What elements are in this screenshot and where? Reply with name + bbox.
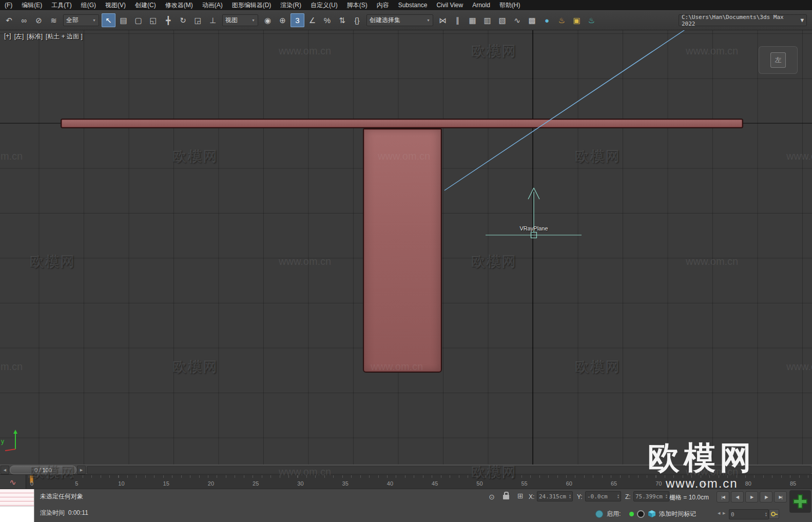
mirror-icon[interactable]: ⋈: [436, 13, 450, 27]
menu-scripting[interactable]: 脚本(S): [342, 0, 372, 10]
track-tick-75: 75: [700, 480, 706, 487]
x-spinner[interactable]: ▲▼: [569, 494, 571, 499]
viewcube-face-label[interactable]: 左: [770, 52, 786, 68]
menu-file[interactable]: (F): [0, 0, 17, 10]
menu-modifiers[interactable]: 修改器(M): [161, 0, 198, 10]
selection-lock-icon[interactable]: [503, 495, 509, 499]
rendered-frame-icon[interactable]: ▣: [570, 13, 584, 27]
isolate-selection-icon[interactable]: ⊙: [487, 492, 497, 502]
previous-frame-button[interactable]: ◀|: [731, 491, 744, 502]
menu-content[interactable]: 内容: [372, 0, 394, 10]
frame-next-arrow[interactable]: ▶: [723, 511, 725, 515]
use-pivot-center-icon[interactable]: ◉: [261, 13, 275, 27]
next-frame-button[interactable]: |▶: [760, 491, 772, 502]
menu-graph-editors[interactable]: 图形编辑器(D): [227, 0, 276, 10]
align-icon[interactable]: ∥: [451, 13, 465, 27]
select-and-rotate-icon[interactable]: ↻: [176, 13, 190, 27]
absolute-mode-icon[interactable]: ⊞: [517, 492, 524, 500]
viewcube[interactable]: 左: [759, 46, 798, 74]
angle-snap-icon[interactable]: ∠: [305, 13, 319, 27]
x-coordinate-field[interactable]: 24.315cm ▲▼: [537, 491, 573, 501]
render-setup-icon[interactable]: ♨: [555, 13, 569, 27]
viewport-menu-standard[interactable]: [标准]: [27, 32, 43, 41]
selection-filter-dropdown[interactable]: 全部▼: [63, 14, 99, 26]
y-spinner[interactable]: ▲▼: [617, 494, 619, 499]
y-coordinate-value: -0.0cm: [587, 493, 608, 500]
viewport[interactable]: VRayPlane [+][左][标准][粘土 + 边面 ] 左 y: [0, 29, 812, 465]
frame-prev-arrow[interactable]: ◀: [718, 511, 720, 515]
menu-help[interactable]: 帮助(H): [495, 0, 525, 10]
viewport-menu-view[interactable]: [左]: [14, 32, 24, 41]
bind-to-space-warp-icon[interactable]: ≋: [47, 13, 61, 27]
coordinate-system-dropdown[interactable]: 视图▼: [222, 14, 258, 26]
select-and-move-icon[interactable]: ╋: [161, 13, 175, 27]
selection-set-dropdown[interactable]: 创建选择集▼: [366, 14, 433, 26]
z-coordinate-field[interactable]: 75.399cm ▲▼: [633, 491, 669, 501]
viewport-menu-general[interactable]: [+]: [4, 32, 11, 41]
snaps-toggle-icon[interactable]: 3: [291, 13, 304, 27]
main-toolbar: ↶∞⊘≋全部▼↖▤▢◱╋↻◲⊥视图▼◉⊕3∠%⇅{}创建选择集▼⋈∥▦▥▧∿▩●…: [0, 10, 812, 30]
menu-rendering[interactable]: 渲染(R): [276, 0, 306, 10]
time-slider-next-button[interactable]: ▶: [77, 466, 86, 474]
select-by-name-icon[interactable]: ▤: [117, 13, 130, 27]
edit-selection-sets-icon[interactable]: {}: [350, 13, 364, 27]
coordinate-system-dropdown-arrow-icon: ▼: [252, 18, 255, 22]
unlink-selection-icon[interactable]: ⊘: [32, 13, 46, 27]
rectangular-selection-icon[interactable]: ▢: [131, 13, 145, 27]
window-crossing-icon[interactable]: ◱: [146, 13, 160, 27]
menu-create[interactable]: 创建(C): [130, 0, 161, 10]
maxscript-mini-listener[interactable]: [0, 489, 34, 522]
scene-safety-icon[interactable]: [595, 510, 603, 518]
material-editor-icon[interactable]: ●: [540, 13, 554, 27]
project-path-field[interactable]: C:\Users\Han\Documents\3ds Max 2022▼: [679, 14, 807, 26]
indicator-ring-icon[interactable]: [637, 510, 645, 518]
select-and-link-icon[interactable]: ∞: [17, 13, 31, 27]
menu-civil-view[interactable]: Civil View: [432, 0, 468, 10]
time-tag-cube-icon: [648, 510, 656, 519]
track-bar[interactable]: ∿ 0510152025303540455055606570758085: [0, 474, 812, 489]
z-coordinate-value: 75.399cm: [635, 493, 663, 500]
key-mode-toggle-icon[interactable]: [769, 509, 779, 519]
menu-substance[interactable]: Substance: [394, 0, 432, 10]
percent-snap-icon[interactable]: %: [320, 13, 334, 27]
layer-explorer-icon[interactable]: ▥: [480, 13, 494, 27]
schematic-view-icon[interactable]: ▩: [525, 13, 539, 27]
go-to-start-button[interactable]: |◀: [717, 491, 729, 502]
curve-editor-icon[interactable]: ∿: [510, 13, 524, 27]
maxscript-macro-recorder[interactable]: [0, 489, 34, 507]
frame-spinner[interactable]: ▲▼: [765, 512, 767, 517]
select-and-scale-icon[interactable]: ◲: [191, 13, 205, 27]
play-button[interactable]: ▶: [745, 491, 758, 502]
go-to-end-button[interactable]: ▶|: [774, 491, 787, 502]
select-and-place-icon[interactable]: ⊥: [206, 13, 220, 27]
menu-group[interactable]: 组(G): [76, 0, 101, 10]
mini-curve-editor-button[interactable]: ∿: [0, 475, 26, 489]
time-slider-track[interactable]: [87, 466, 811, 474]
menu-tools[interactable]: 工具(T): [47, 0, 76, 10]
vrayplane-gizmo[interactable]: [0, 29, 812, 465]
green-plus-button[interactable]: [789, 490, 811, 513]
menu-edit[interactable]: 编辑(E): [17, 0, 47, 10]
select-object-icon[interactable]: ↖: [102, 13, 115, 27]
track-tick-80: 80: [745, 480, 751, 487]
current-frame-field[interactable]: 0 ▲▼: [729, 509, 769, 519]
z-coordinate-label: Z:: [625, 493, 631, 500]
y-coordinate-field[interactable]: -0.0cm ▲▼: [585, 491, 621, 501]
select-and-manipulate-icon[interactable]: ⊕: [276, 13, 289, 27]
time-tag-field[interactable]: 添加时间标记: [659, 510, 696, 518]
time-slider[interactable]: ◀ 0 / 100 ▶: [0, 465, 812, 475]
axis-tripod: [1, 428, 25, 451]
menu-arnold[interactable]: Arnold: [468, 0, 495, 10]
menu-views[interactable]: 视图(V): [101, 0, 130, 10]
undo-icon[interactable]: ↶: [2, 13, 16, 27]
time-slider-handle[interactable]: 0 / 100: [10, 466, 76, 474]
ribbon-toggle-icon[interactable]: ▧: [495, 13, 509, 27]
render-production-icon[interactable]: ♨: [585, 13, 598, 27]
time-slider-prev-button[interactable]: ◀: [1, 466, 9, 474]
spinner-snap-icon[interactable]: ⇅: [335, 13, 349, 27]
z-spinner[interactable]: ▲▼: [666, 494, 667, 499]
viewport-menu-shading[interactable]: [粘土 + 边面 ]: [46, 32, 83, 41]
scene-explorer-icon[interactable]: ▦: [466, 13, 479, 27]
menu-animation[interactable]: 动画(A): [198, 0, 227, 10]
menu-customize[interactable]: 自定义(U): [306, 0, 342, 10]
